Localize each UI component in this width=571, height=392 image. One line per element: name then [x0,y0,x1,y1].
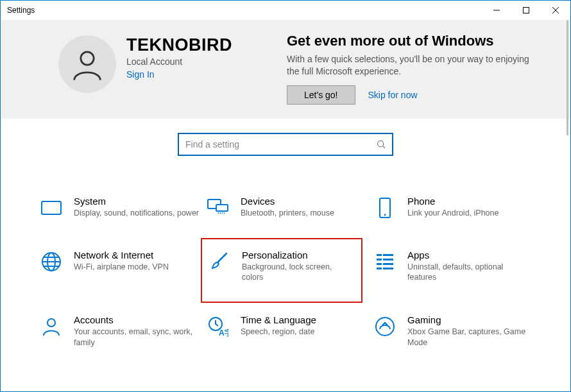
search-box[interactable] [178,133,393,156]
category-time-language[interactable]: A字 Time & Language Speech, region, date [207,311,374,352]
account-info: TEKNOBIRD Local Account Sign In [126,35,232,80]
vertical-scrollbar[interactable] [565,20,570,391]
svg-point-8 [222,212,223,214]
account-banner: TEKNOBIRD Local Account Sign In Get even… [1,20,570,119]
system-icon [40,197,62,219]
category-desc: Your accounts, email, sync, work, family [74,327,201,348]
close-button[interactable] [541,1,570,20]
svg-rect-18 [377,263,382,265]
search-icon [377,140,386,149]
category-desc: Speech, region, date [241,327,316,337]
category-gaming[interactable]: Gaming Xbox Game Bar, captures, Game Mod… [374,311,541,352]
user-icon [70,47,105,81]
time-language-icon: A字 [207,316,229,337]
svg-point-1 [81,52,94,65]
svg-point-7 [220,212,221,214]
svg-rect-17 [383,259,393,260]
phone-icon [374,197,396,219]
svg-rect-15 [383,254,393,256]
sign-in-link[interactable]: Sign In [126,69,232,80]
window-title: Settings [7,6,35,15]
category-desc: Background, lock screen, colors [242,262,355,283]
lets-go-button[interactable]: Let's go! [287,85,355,105]
category-title: Devices [241,196,334,207]
svg-point-9 [224,212,225,214]
category-desc: Link your Android, iPhone [407,208,499,218]
category-title: Time & Language [241,314,316,325]
category-desc: Xbox Game Bar, captures, Game Mode [407,327,534,348]
category-personalization[interactable]: Personalization Background, lock screen,… [201,238,362,303]
category-devices[interactable]: Devices Bluetooth, printers, mouse [207,192,374,223]
category-network[interactable]: Network & Internet Wi-Fi, airplane mode,… [40,246,207,288]
promo-panel: Get even more out of Windows With a few … [287,33,543,105]
category-desc: Display, sound, notifications, power [74,208,199,218]
devices-icon [207,197,229,219]
promo-description: With a few quick selections, you'll be o… [287,53,543,78]
promo-actions: Let's go! Skip for now [287,85,543,105]
svg-point-22 [47,319,55,327]
account-subtitle: Local Account [126,56,232,67]
account-name: TEKNOBIRD [126,35,232,55]
search-input[interactable] [185,139,377,149]
category-title: System [74,196,199,207]
skip-link[interactable]: Skip for now [368,90,418,100]
category-apps[interactable]: Apps Uninstall, defaults, optional featu… [374,246,541,288]
promo-title: Get even more out of Windows [287,33,543,49]
search-wrap [1,119,570,162]
svg-rect-14 [377,254,382,256]
svg-rect-0 [524,8,529,13]
svg-rect-19 [383,263,393,265]
paintbrush-icon [209,251,230,273]
category-title: Network & Internet [74,250,169,260]
apps-icon [374,251,396,273]
category-desc: Wi-Fi, airplane mode, VPN [74,262,169,272]
svg-point-11 [384,214,386,216]
globe-icon [40,251,62,273]
svg-point-2 [378,141,384,146]
category-title: Personalization [242,250,355,260]
accounts-icon [40,316,62,337]
category-accounts[interactable]: Accounts Your accounts, email, sync, wor… [40,311,207,352]
maximize-button[interactable] [511,1,541,20]
category-phone[interactable]: Phone Link your Android, iPhone [374,192,541,223]
svg-text:A字: A字 [219,328,228,337]
svg-rect-20 [377,268,382,269]
category-title: Gaming [407,314,534,325]
svg-rect-5 [216,205,228,211]
category-title: Phone [407,196,499,207]
category-title: Accounts [74,314,201,325]
svg-point-6 [218,212,219,214]
gaming-icon [374,316,396,337]
category-desc: Bluetooth, printers, mouse [241,208,334,218]
category-grid: System Display, sound, notifications, po… [1,162,570,364]
svg-rect-21 [383,268,393,269]
avatar [58,35,116,93]
svg-rect-3 [42,201,61,214]
minimize-button[interactable] [482,1,511,20]
svg-point-25 [376,318,394,336]
svg-rect-16 [377,259,382,260]
category-title: Apps [407,250,534,260]
window-controls [482,1,570,20]
category-system[interactable]: System Display, sound, notifications, po… [40,192,207,223]
category-desc: Uninstall, defaults, optional features [407,262,534,283]
scrollbar-thumb[interactable] [567,20,568,135]
